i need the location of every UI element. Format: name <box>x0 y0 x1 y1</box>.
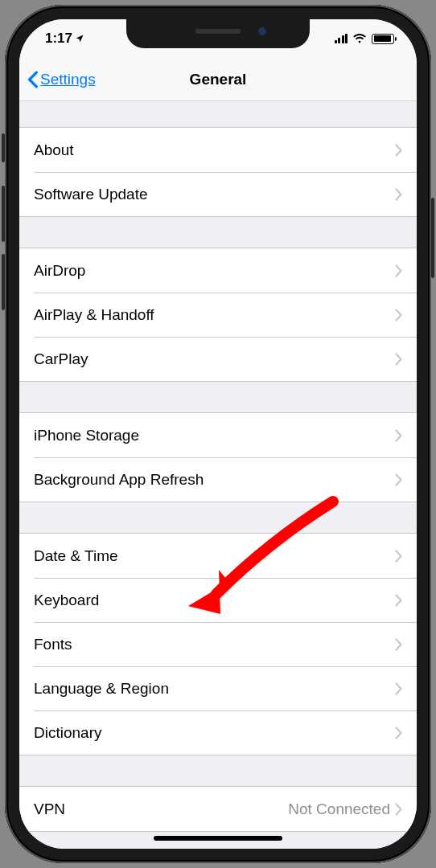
chevron-left-icon <box>27 71 39 88</box>
status-time: 1:17 <box>45 31 84 47</box>
row-label: Language & Region <box>34 680 395 698</box>
back-label: Settings <box>40 71 96 88</box>
list-group: iPhone StorageBackground App Refresh <box>19 412 417 502</box>
group-gap <box>19 382 417 412</box>
row-airdrop[interactable]: AirDrop <box>19 248 417 293</box>
row-label: AirPlay & Handoff <box>34 306 395 324</box>
notch <box>126 19 310 48</box>
row-software-update[interactable]: Software Update <box>19 172 417 216</box>
list-group: AboutSoftware Update <box>19 127 417 217</box>
list-group: Date & TimeKeyboardFontsLanguage & Regio… <box>19 533 417 755</box>
row-label: CarPlay <box>34 350 395 368</box>
row-fonts[interactable]: Fonts <box>19 622 417 666</box>
row-label: Background App Refresh <box>34 471 395 489</box>
group-gap <box>19 217 417 248</box>
row-background-app-refresh[interactable]: Background App Refresh <box>19 457 417 502</box>
iphone-frame: 1:17 Settings General AboutSoftware Upda… <box>5 5 431 863</box>
chevron-right-icon <box>395 594 402 607</box>
list-group: AirDropAirPlay & HandoffCarPlay <box>19 248 417 382</box>
row-value: Not Connected <box>288 800 390 818</box>
settings-list[interactable]: AboutSoftware UpdateAirDropAirPlay & Han… <box>19 101 417 849</box>
page-title: General <box>190 71 247 88</box>
home-indicator[interactable] <box>154 836 282 841</box>
row-date-time[interactable]: Date & Time <box>19 534 417 578</box>
row-iphone-storage[interactable]: iPhone Storage <box>19 413 417 457</box>
chevron-right-icon <box>395 727 402 739</box>
location-arrow-icon <box>75 34 84 43</box>
nav-bar: Settings General <box>19 58 417 101</box>
row-keyboard[interactable]: Keyboard <box>19 578 417 622</box>
chevron-right-icon <box>395 429 402 442</box>
row-dictionary[interactable]: Dictionary <box>19 710 417 755</box>
row-vpn[interactable]: VPNNot Connected <box>19 787 417 831</box>
row-label: VPN <box>34 800 288 818</box>
row-label: About <box>34 141 395 159</box>
chevron-right-icon <box>395 550 402 563</box>
row-label: Fonts <box>34 636 395 653</box>
chevron-right-icon <box>395 309 402 321</box>
row-label: iPhone Storage <box>34 427 395 444</box>
group-gap <box>19 101 417 127</box>
row-carplay[interactable]: CarPlay <box>19 337 417 381</box>
chevron-right-icon <box>395 188 402 201</box>
row-label: Keyboard <box>34 592 395 609</box>
row-language-region[interactable]: Language & Region <box>19 666 417 710</box>
row-label: Software Update <box>34 186 395 203</box>
screen: 1:17 Settings General AboutSoftware Upda… <box>19 19 417 849</box>
group-gap <box>19 502 417 533</box>
back-button[interactable]: Settings <box>27 71 96 88</box>
row-label: Date & Time <box>34 547 395 565</box>
cellular-signal-icon <box>335 34 348 43</box>
chevron-right-icon <box>395 682 402 695</box>
chevron-right-icon <box>395 144 402 157</box>
row-about[interactable]: About <box>19 128 417 172</box>
wifi-icon <box>352 34 367 44</box>
chevron-right-icon <box>395 803 402 816</box>
list-group: VPNNot Connected <box>19 786 417 832</box>
group-gap <box>19 755 417 786</box>
chevron-right-icon <box>395 264 402 277</box>
row-label: AirDrop <box>34 262 395 280</box>
battery-icon <box>372 34 394 44</box>
row-airplay-handoff[interactable]: AirPlay & Handoff <box>19 293 417 337</box>
chevron-right-icon <box>395 638 402 651</box>
row-label: Dictionary <box>34 724 395 742</box>
chevron-right-icon <box>395 353 402 366</box>
chevron-right-icon <box>395 473 402 486</box>
